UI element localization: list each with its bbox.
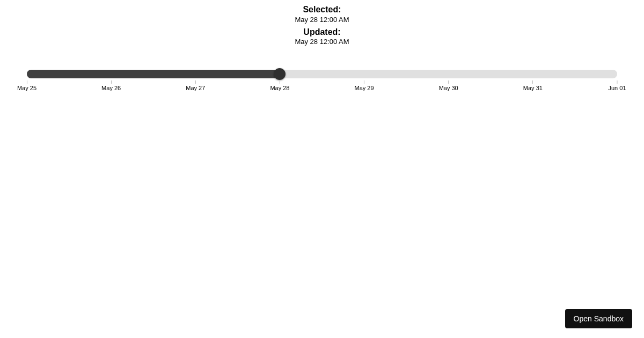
slider-ticks: May 25May 26May 27May 28May 29May 30May … bbox=[27, 80, 617, 93]
slider-tick: May 28 bbox=[270, 80, 289, 91]
tick-mark bbox=[617, 80, 618, 84]
slider-thumb[interactable] bbox=[274, 68, 286, 80]
tick-mark bbox=[195, 80, 196, 84]
selected-value: May 28 12:00 AM bbox=[0, 16, 644, 25]
tick-label: May 26 bbox=[101, 85, 121, 91]
slider-tick: May 27 bbox=[186, 80, 205, 91]
slider-tick: Jun 01 bbox=[608, 80, 626, 91]
tick-label: May 31 bbox=[523, 85, 543, 91]
updated-label: Updated: bbox=[303, 27, 340, 36]
slider-tick: May 30 bbox=[439, 80, 458, 91]
updated-value: May 28 12:00 AM bbox=[0, 38, 644, 47]
selected-label: Selected: bbox=[303, 5, 341, 14]
tick-mark bbox=[448, 80, 449, 84]
tick-label: Jun 01 bbox=[608, 85, 626, 91]
open-sandbox-button[interactable]: Open Sandbox bbox=[565, 309, 632, 328]
tick-label: May 25 bbox=[17, 85, 36, 91]
slider-tick: May 29 bbox=[355, 80, 374, 91]
header: Selected: May 28 12:00 AM Updated: May 2… bbox=[0, 0, 644, 47]
tick-label: May 30 bbox=[439, 85, 458, 91]
tick-label: May 29 bbox=[355, 85, 374, 91]
tick-mark bbox=[280, 80, 280, 84]
tick-mark bbox=[111, 80, 112, 84]
tick-label: May 27 bbox=[186, 85, 205, 91]
tick-mark bbox=[532, 80, 533, 84]
tick-mark bbox=[364, 80, 364, 84]
slider-track[interactable] bbox=[27, 70, 617, 78]
tick-mark bbox=[26, 80, 27, 84]
slider-tick: May 25 bbox=[17, 80, 36, 91]
slider-fill bbox=[27, 70, 280, 78]
tick-label: May 28 bbox=[270, 85, 289, 91]
slider-tick: May 26 bbox=[101, 80, 121, 91]
slider-tick: May 31 bbox=[523, 80, 543, 91]
date-slider[interactable]: May 25May 26May 27May 28May 29May 30May … bbox=[27, 70, 617, 93]
